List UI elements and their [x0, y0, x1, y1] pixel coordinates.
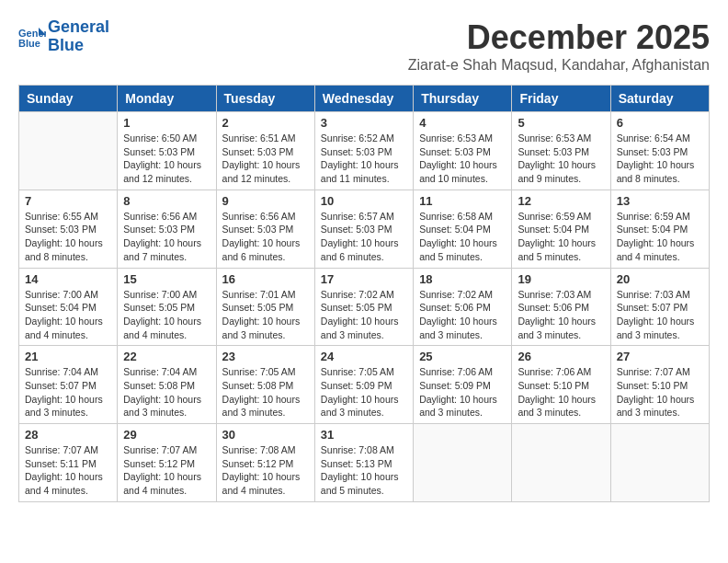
cell-info: Sunrise: 6:59 AMSunset: 5:04 PMDaylight:… — [518, 210, 604, 264]
weekday-header-friday: Friday — [512, 86, 610, 112]
day-number: 6 — [617, 116, 703, 130]
calendar-cell: 15Sunrise: 7:00 AMSunset: 5:05 PMDayligh… — [118, 268, 216, 346]
day-number: 20 — [617, 272, 703, 286]
calendar-cell: 18Sunrise: 7:02 AMSunset: 5:06 PMDayligh… — [414, 268, 512, 346]
cell-info: Sunrise: 6:53 AMSunset: 5:03 PMDaylight:… — [419, 132, 506, 186]
day-number: 7 — [25, 194, 111, 208]
weekday-header-thursday: Thursday — [414, 86, 512, 112]
cell-info: Sunrise: 7:07 AMSunset: 5:10 PMDaylight:… — [617, 365, 703, 419]
calendar-cell: 24Sunrise: 7:05 AMSunset: 5:09 PMDayligh… — [314, 346, 413, 424]
cell-info: Sunrise: 6:53 AMSunset: 5:03 PMDaylight:… — [518, 132, 604, 186]
day-number: 11 — [419, 194, 506, 208]
cell-info: Sunrise: 6:51 AMSunset: 5:03 PMDaylight:… — [222, 132, 309, 186]
cell-info: Sunrise: 7:00 AMSunset: 5:04 PMDaylight:… — [25, 288, 111, 342]
calendar-cell: 29Sunrise: 7:07 AMSunset: 5:12 PMDayligh… — [118, 424, 216, 502]
day-number: 3 — [321, 116, 407, 130]
calendar-cell: 3Sunrise: 6:52 AMSunset: 5:03 PMDaylight… — [314, 112, 413, 190]
calendar-cell: 12Sunrise: 6:59 AMSunset: 5:04 PMDayligh… — [512, 190, 610, 268]
calendar-table: SundayMondayTuesdayWednesdayThursdayFrid… — [18, 85, 710, 502]
calendar-cell: 25Sunrise: 7:06 AMSunset: 5:09 PMDayligh… — [414, 346, 512, 424]
day-number: 19 — [518, 272, 604, 286]
logo: General Blue General Blue — [18, 18, 109, 55]
calendar-cell: 6Sunrise: 6:54 AMSunset: 5:03 PMDaylight… — [610, 112, 709, 190]
cell-info: Sunrise: 7:01 AMSunset: 5:05 PMDaylight:… — [222, 288, 309, 342]
cell-info: Sunrise: 6:58 AMSunset: 5:04 PMDaylight:… — [419, 210, 506, 264]
weekday-header-sunday: Sunday — [19, 86, 118, 112]
cell-info: Sunrise: 6:52 AMSunset: 5:03 PMDaylight:… — [321, 132, 407, 186]
calendar-cell: 5Sunrise: 6:53 AMSunset: 5:03 PMDaylight… — [512, 112, 610, 190]
day-number: 9 — [222, 194, 309, 208]
svg-text:Blue: Blue — [18, 38, 40, 48]
calendar-cell: 21Sunrise: 7:04 AMSunset: 5:07 PMDayligh… — [19, 346, 118, 424]
day-number: 24 — [321, 350, 407, 363]
cell-info: Sunrise: 7:05 AMSunset: 5:08 PMDaylight:… — [222, 365, 309, 419]
day-number: 25 — [419, 350, 506, 363]
day-number: 12 — [518, 194, 604, 208]
cell-info: Sunrise: 6:56 AMSunset: 5:03 PMDaylight:… — [123, 210, 210, 264]
day-number: 15 — [123, 272, 210, 286]
day-number: 29 — [123, 428, 210, 442]
day-number: 16 — [222, 272, 309, 286]
cell-info: Sunrise: 7:06 AMSunset: 5:09 PMDaylight:… — [419, 365, 506, 419]
day-number: 26 — [518, 350, 604, 363]
day-number: 2 — [222, 116, 309, 130]
calendar-cell: 9Sunrise: 6:56 AMSunset: 5:03 PMDaylight… — [216, 190, 314, 268]
calendar-cell: 26Sunrise: 7:06 AMSunset: 5:10 PMDayligh… — [512, 346, 610, 424]
cell-info: Sunrise: 6:50 AMSunset: 5:03 PMDaylight:… — [123, 132, 210, 186]
cell-info: Sunrise: 6:59 AMSunset: 5:04 PMDaylight:… — [617, 210, 703, 264]
cell-info: Sunrise: 6:56 AMSunset: 5:03 PMDaylight:… — [222, 210, 309, 264]
month-title: December 2025 — [408, 18, 710, 57]
logo-text: General Blue — [48, 18, 109, 55]
calendar-cell: 2Sunrise: 6:51 AMSunset: 5:03 PMDaylight… — [216, 112, 314, 190]
calendar-cell: 4Sunrise: 6:53 AMSunset: 5:03 PMDaylight… — [414, 112, 512, 190]
cell-info: Sunrise: 7:04 AMSunset: 5:08 PMDaylight:… — [123, 365, 210, 419]
general-blue-icon: General Blue — [18, 26, 46, 48]
cell-info: Sunrise: 7:07 AMSunset: 5:12 PMDaylight:… — [123, 443, 210, 498]
calendar-cell: 1Sunrise: 6:50 AMSunset: 5:03 PMDaylight… — [118, 112, 216, 190]
calendar-cell: 11Sunrise: 6:58 AMSunset: 5:04 PMDayligh… — [414, 190, 512, 268]
weekday-header-wednesday: Wednesday — [314, 86, 413, 112]
cell-info: Sunrise: 7:03 AMSunset: 5:07 PMDaylight:… — [617, 288, 703, 342]
calendar-cell: 7Sunrise: 6:55 AMSunset: 5:03 PMDaylight… — [19, 190, 118, 268]
calendar-cell: 13Sunrise: 6:59 AMSunset: 5:04 PMDayligh… — [610, 190, 709, 268]
calendar-cell: 31Sunrise: 7:08 AMSunset: 5:13 PMDayligh… — [314, 424, 413, 502]
day-number: 14 — [25, 272, 111, 286]
cell-info: Sunrise: 7:08 AMSunset: 5:13 PMDaylight:… — [321, 443, 407, 498]
day-number: 10 — [321, 194, 407, 208]
cell-info: Sunrise: 7:04 AMSunset: 5:07 PMDaylight:… — [25, 365, 111, 419]
calendar-cell: 17Sunrise: 7:02 AMSunset: 5:05 PMDayligh… — [314, 268, 413, 346]
calendar-cell: 28Sunrise: 7:07 AMSunset: 5:11 PMDayligh… — [19, 424, 118, 502]
calendar-cell: 30Sunrise: 7:08 AMSunset: 5:12 PMDayligh… — [216, 424, 314, 502]
weekday-header-saturday: Saturday — [610, 86, 709, 112]
calendar-cell: 19Sunrise: 7:03 AMSunset: 5:06 PMDayligh… — [512, 268, 610, 346]
day-number: 28 — [25, 428, 111, 442]
day-number: 23 — [222, 350, 309, 363]
day-number: 18 — [419, 272, 506, 286]
calendar-cell — [414, 424, 512, 502]
day-number: 1 — [123, 116, 210, 130]
calendar-cell: 10Sunrise: 6:57 AMSunset: 5:03 PMDayligh… — [314, 190, 413, 268]
cell-info: Sunrise: 6:54 AMSunset: 5:03 PMDaylight:… — [617, 132, 703, 186]
weekday-header-monday: Monday — [118, 86, 216, 112]
day-number: 30 — [222, 428, 309, 442]
calendar-cell: 14Sunrise: 7:00 AMSunset: 5:04 PMDayligh… — [19, 268, 118, 346]
day-number: 21 — [25, 350, 111, 363]
calendar-cell — [512, 424, 610, 502]
day-number: 31 — [321, 428, 407, 442]
cell-info: Sunrise: 7:02 AMSunset: 5:06 PMDaylight:… — [419, 288, 506, 342]
cell-info: Sunrise: 7:06 AMSunset: 5:10 PMDaylight:… — [518, 365, 604, 419]
weekday-header-tuesday: Tuesday — [216, 86, 314, 112]
cell-info: Sunrise: 7:08 AMSunset: 5:12 PMDaylight:… — [222, 443, 309, 498]
calendar-cell: 22Sunrise: 7:04 AMSunset: 5:08 PMDayligh… — [118, 346, 216, 424]
cell-info: Sunrise: 7:07 AMSunset: 5:11 PMDaylight:… — [25, 443, 111, 498]
day-number: 17 — [321, 272, 407, 286]
calendar-cell: 23Sunrise: 7:05 AMSunset: 5:08 PMDayligh… — [216, 346, 314, 424]
calendar-cell: 27Sunrise: 7:07 AMSunset: 5:10 PMDayligh… — [610, 346, 709, 424]
cell-info: Sunrise: 7:05 AMSunset: 5:09 PMDaylight:… — [321, 365, 407, 419]
location-subtitle: Ziarat-e Shah Maqsud, Kandahar, Afghanis… — [408, 57, 710, 74]
day-number: 13 — [617, 194, 703, 208]
cell-info: Sunrise: 6:55 AMSunset: 5:03 PMDaylight:… — [25, 210, 111, 264]
day-number: 8 — [123, 194, 210, 208]
cell-info: Sunrise: 7:02 AMSunset: 5:05 PMDaylight:… — [321, 288, 407, 342]
calendar-cell: 16Sunrise: 7:01 AMSunset: 5:05 PMDayligh… — [216, 268, 314, 346]
